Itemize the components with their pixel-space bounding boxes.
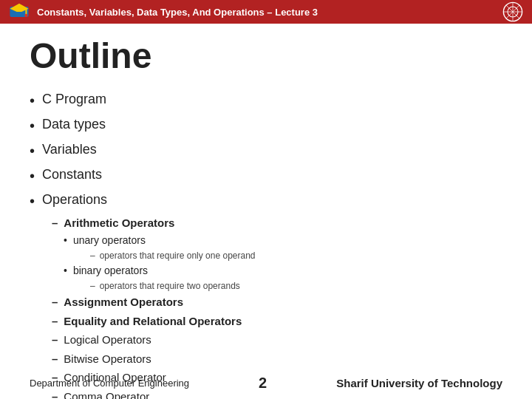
sub-item-label: Assignment Operators xyxy=(64,293,183,312)
bullet-label: Data types xyxy=(42,113,106,136)
unary-note: – operators that require only one operan… xyxy=(90,249,256,262)
sub-item-label: Bitwise Operators xyxy=(64,349,151,369)
bullet-dot: • xyxy=(30,163,35,188)
dash-icon: – xyxy=(52,312,58,331)
bullet-sm: • xyxy=(64,262,67,279)
unary-note-item: – operators that require only one operan… xyxy=(72,249,256,262)
sharif-logo-icon xyxy=(502,1,523,22)
binary-note: – operators that require two operands xyxy=(90,279,240,293)
footer: Department of Computer Engineering 2 Sha… xyxy=(30,375,502,392)
dash-icon: – xyxy=(52,349,58,369)
bullet-dot: • xyxy=(30,113,35,138)
page-title: Outline xyxy=(30,37,502,76)
bullet-dot: • xyxy=(30,188,35,214)
header-logo-icon xyxy=(9,1,30,22)
sub-list-item-logical: – Logical Operators xyxy=(52,330,256,349)
list-item: • C Program xyxy=(30,88,502,113)
footer-dept: Department of Computer Engineering xyxy=(30,378,189,389)
binary-label: binary operators xyxy=(73,262,148,279)
svg-point-3 xyxy=(24,14,27,17)
bullet-label: Constants xyxy=(42,163,102,186)
unary-sublist: • unary operators – operators that requi… xyxy=(64,232,256,293)
bullet-sm: • xyxy=(64,232,67,249)
unary-label: unary operators xyxy=(73,232,146,249)
unary-item: • unary operators xyxy=(64,232,256,249)
dash-icon: – xyxy=(52,214,58,233)
dash-icon: – xyxy=(52,330,58,349)
main-content: Outline • C Program • Data types • Varia… xyxy=(0,24,532,399)
sub-item-label: Logical Operators xyxy=(64,330,151,349)
bullet-dot: • xyxy=(30,138,35,163)
binary-note-item: – operators that require two operands xyxy=(72,279,256,293)
bullet-label: Operations xyxy=(42,188,107,211)
main-bullet-list: • C Program • Data types • Variables • C… xyxy=(30,88,502,399)
list-item: • Constants xyxy=(30,163,502,188)
sub-list-item-assignment: – Assignment Operators xyxy=(52,293,256,312)
bullet-label: Variables xyxy=(42,138,97,161)
sub-item-label: Equality and Relational Operators xyxy=(64,312,242,331)
binary-item: • binary operators xyxy=(64,262,256,279)
sub-list-item-arithmetic: – Arithmetic Operators • unary operators… xyxy=(52,214,256,293)
sub-item-label: Arithmetic Operators xyxy=(64,214,174,233)
sub-list-item-equality: – Equality and Relational Operators xyxy=(52,312,256,331)
list-item-operations: • Operations – Arithmetic Operators • un… xyxy=(30,188,502,399)
list-item: • Data types xyxy=(30,113,502,138)
bullet-label: C Program xyxy=(42,88,106,111)
operations-sublist: – Arithmetic Operators • unary operators… xyxy=(52,214,256,399)
footer-univ: Sharif University of Technology xyxy=(336,377,502,389)
header-title: Constants, Variables, Data Types, And Op… xyxy=(37,7,502,18)
bullet-dot: • xyxy=(30,88,35,113)
list-item: • Variables xyxy=(30,138,502,163)
dash-icon: – xyxy=(52,293,58,312)
header-bar: Constants, Variables, Data Types, And Op… xyxy=(0,0,532,24)
svg-rect-4 xyxy=(14,12,24,16)
footer-page: 2 xyxy=(259,375,267,392)
sub-list-item-bitwise: – Bitwise Operators xyxy=(52,349,256,369)
